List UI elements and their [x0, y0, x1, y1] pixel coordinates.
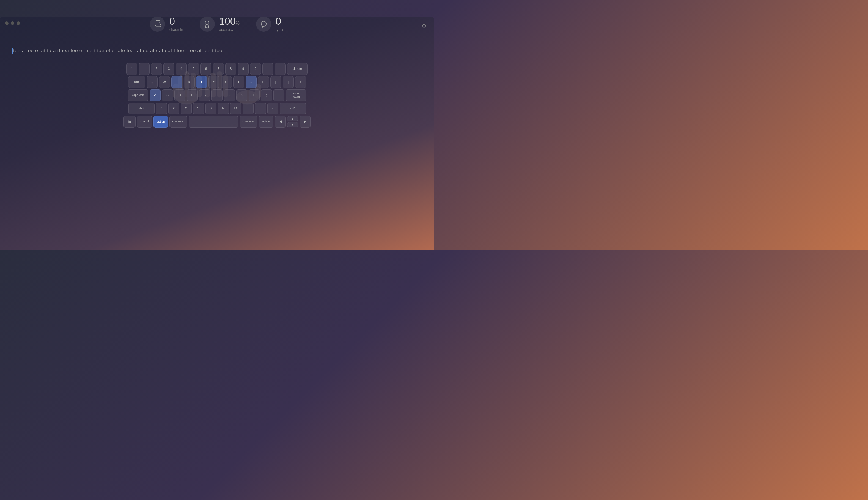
key-o[interactable]: O [245, 76, 256, 88]
close-button[interactable] [5, 21, 9, 25]
key-g[interactable]: G [199, 89, 210, 101]
accuracy-stat: 100% accuracy [200, 16, 240, 32]
keyboard-container: ` 1 2 3 4 5 6 7 8 9 0 - = delete tab Q W… [0, 55, 434, 128]
key-n[interactable]: N [218, 103, 229, 114]
key-c[interactable]: C [181, 103, 192, 114]
svg-point-0 [205, 21, 209, 25]
key-arrow-up[interactable]: ▲ [287, 116, 298, 121]
key-p[interactable]: P [258, 76, 269, 88]
text-cursor [12, 48, 13, 54]
key-i[interactable]: I [233, 76, 244, 88]
key-v[interactable]: V [193, 103, 204, 114]
typos-value: 0 [276, 16, 284, 26]
key-l[interactable]: L [249, 89, 260, 101]
accuracy-label: accuracy [219, 27, 240, 32]
key-s[interactable]: S [162, 89, 173, 101]
speed-text: 0 char/min [169, 16, 183, 32]
key-minus[interactable]: - [262, 63, 273, 75]
skull-icon [256, 16, 271, 32]
key-comma[interactable]: , [242, 103, 254, 114]
key-2[interactable]: 2 [151, 63, 162, 75]
typing-text-area: toe a tee e tat tata ttoea tee et ate t … [12, 47, 422, 55]
key-shift-right[interactable]: shift [280, 103, 306, 114]
key-open-bracket[interactable]: [ [270, 76, 281, 88]
key-z[interactable]: Z [156, 103, 167, 114]
key-semicolon[interactable]: ; [261, 89, 272, 101]
typos-stat: 0 typos [256, 16, 284, 32]
key-option-left[interactable]: option [153, 116, 168, 128]
stats-row: 0 char/min 100% accuracy [0, 16, 434, 32]
key-9[interactable]: 9 [238, 63, 249, 75]
key-tab[interactable]: tab [128, 76, 145, 88]
key-4[interactable]: 4 [176, 63, 187, 75]
key-fn[interactable]: fn [124, 116, 136, 128]
top-letter-row: tab Q W E R T Y U I O P [ ] \ [150, 76, 284, 88]
key-arrow-left[interactable]: ◀ [275, 116, 286, 128]
maximize-button[interactable] [16, 21, 20, 25]
svg-point-1 [261, 21, 266, 26]
key-equals[interactable]: = [275, 63, 286, 75]
key-b[interactable]: B [205, 103, 216, 114]
minimize-button[interactable] [11, 21, 14, 25]
key-shift-left[interactable]: shift [128, 103, 155, 114]
keyboard: ` 1 2 3 4 5 6 7 8 9 0 - = delete tab Q W… [147, 63, 287, 128]
key-e[interactable]: E [171, 76, 182, 88]
gear-icon: ⚙ [422, 23, 426, 29]
key-apostrophe[interactable]: ' [273, 89, 284, 101]
key-h[interactable]: H [212, 89, 222, 101]
key-r[interactable]: R [184, 76, 195, 88]
middle-letter-row: caps lock A S D F G H J K L ; ' enterret… [150, 89, 284, 101]
key-f[interactable]: F [187, 89, 198, 101]
speed-label: char/min [169, 27, 183, 32]
modifier-row: fn control option command command option… [150, 116, 284, 128]
key-arrow-down[interactable]: ▼ [287, 122, 298, 127]
key-close-bracket[interactable]: ] [283, 76, 294, 88]
bottom-letter-row: shift Z X C V B N M , . / shift [150, 103, 284, 114]
key-y[interactable]: Y [208, 76, 219, 88]
key-u[interactable]: U [221, 76, 232, 88]
accuracy-text: 100% accuracy [219, 16, 240, 32]
medal-icon [200, 16, 215, 32]
key-a[interactable]: A [150, 89, 161, 101]
main-window: ⚙ 0 char/min [0, 16, 434, 250]
key-w[interactable]: W [159, 76, 170, 88]
key-3[interactable]: 3 [163, 63, 174, 75]
key-backtick[interactable]: ` [126, 63, 137, 75]
key-caps-lock[interactable]: caps lock [128, 89, 148, 101]
key-slash[interactable]: / [267, 103, 278, 114]
key-control[interactable]: control [137, 116, 152, 128]
key-command-right[interactable]: command [240, 116, 258, 128]
key-k[interactable]: K [236, 89, 247, 101]
key-t[interactable]: T [196, 76, 207, 88]
key-arrow-right[interactable]: ▶ [299, 116, 310, 128]
key-7[interactable]: 7 [213, 63, 224, 75]
wind-icon [150, 16, 165, 32]
typing-text-content: toe a tee e tat tata ttoea tee et ate t … [13, 48, 222, 53]
key-option-right[interactable]: option [259, 116, 273, 128]
key-delete[interactable]: delete [287, 63, 308, 75]
key-j[interactable]: J [224, 89, 235, 101]
speed-stat: 0 char/min [150, 16, 183, 32]
typos-text: 0 typos [276, 16, 284, 32]
key-space[interactable] [189, 116, 238, 128]
key-1[interactable]: 1 [139, 63, 150, 75]
key-period[interactable]: . [255, 103, 266, 114]
speed-value: 0 [169, 16, 183, 26]
typos-label: typos [276, 27, 284, 32]
key-8[interactable]: 8 [225, 63, 236, 75]
key-d[interactable]: D [174, 89, 185, 101]
arrow-up-down: ▲ ▼ [287, 116, 298, 127]
key-command-left[interactable]: command [169, 116, 187, 128]
key-5[interactable]: 5 [188, 63, 199, 75]
settings-button[interactable]: ⚙ [420, 21, 429, 30]
traffic-lights [5, 21, 20, 25]
key-6[interactable]: 6 [201, 63, 212, 75]
key-m[interactable]: M [230, 103, 241, 114]
number-row: ` 1 2 3 4 5 6 7 8 9 0 - = delete [150, 63, 284, 75]
key-backslash[interactable]: \ [295, 76, 306, 88]
key-0[interactable]: 0 [250, 63, 261, 75]
key-q[interactable]: Q [147, 76, 158, 88]
key-enter[interactable]: enterreturn [286, 89, 306, 101]
accuracy-value: 100% [219, 16, 240, 26]
key-x[interactable]: X [168, 103, 179, 114]
